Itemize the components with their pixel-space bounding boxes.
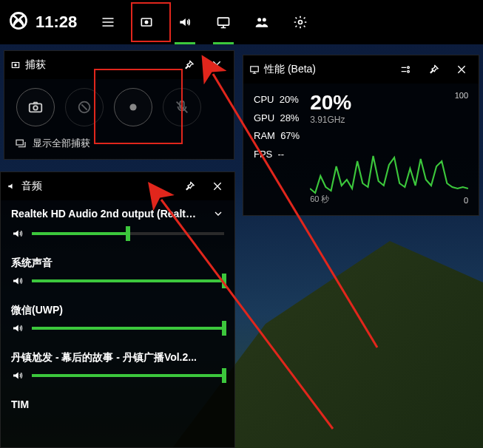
fps-stat-row[interactable]: FPS --	[254, 146, 300, 164]
show-all-captures-link[interactable]: 显示全部捕获	[4, 132, 234, 159]
capture-title-text: 捕获	[25, 58, 46, 72]
svg-rect-9	[30, 103, 42, 112]
perf-chart	[310, 128, 468, 202]
audio-app-item: 系统声音	[11, 257, 224, 288]
performance-panel: 性能 (Beta) CPU 20% GPU 28% RAM 67% FPS --…	[243, 55, 479, 216]
app-volume-slider[interactable]	[32, 374, 224, 377]
svg-point-8	[15, 64, 16, 66]
svg-point-12	[129, 103, 136, 110]
audio-device-volume	[11, 227, 224, 240]
capture-buttons-row	[4, 79, 234, 132]
perf-stats-list: CPU 20% GPU 28% RAM 67% FPS --	[254, 91, 300, 205]
app-volume-slider[interactable]	[32, 327, 224, 330]
screenshot-button[interactable]	[16, 88, 55, 126]
show-all-captures-label: 显示全部捕获	[33, 137, 90, 150]
perf-options-button[interactable]	[394, 58, 416, 81]
chevron-down-icon	[212, 208, 224, 220]
audio-device-selector[interactable]: Realtek HD Audio 2nd output (Realtek Hi.…	[11, 208, 224, 220]
pin-button[interactable]	[178, 175, 200, 197]
gpu-stat-row[interactable]: GPU 28%	[254, 109, 300, 128]
svg-point-17	[408, 70, 410, 72]
app-volume-slider[interactable]	[32, 279, 224, 282]
capture-panel-title: 捕获	[10, 58, 172, 72]
audio-app-label: 丹镇尬发 - 幕后的故事 - 丹镇广播Vol.2...	[11, 351, 224, 364]
audio-panel-title: 音频	[7, 180, 172, 193]
record-button[interactable]	[114, 88, 152, 126]
perf-xlabel: 60 秒	[310, 194, 329, 205]
svg-rect-14	[16, 140, 23, 145]
svg-point-5	[263, 18, 266, 21]
mic-toggle-button[interactable]	[163, 88, 201, 126]
capture-panel-header: 捕获	[4, 51, 234, 79]
perf-ymin: 0	[464, 196, 468, 205]
performance-widget-button[interactable]	[206, 0, 241, 44]
cpu-stat-row[interactable]: CPU 20%	[254, 91, 300, 109]
svg-point-4	[257, 18, 261, 21]
performance-title-text: 性能 (Beta)	[264, 63, 316, 76]
audio-app-item: 微信(UWP)	[11, 304, 224, 335]
performance-panel-title: 性能 (Beta)	[249, 63, 388, 76]
svg-rect-15	[251, 67, 259, 72]
audio-app-label: 微信(UWP)	[11, 304, 224, 317]
xbox-logo-icon	[9, 11, 28, 33]
pin-button[interactable]	[422, 58, 445, 81]
ram-stat-row[interactable]: RAM 67%	[254, 127, 300, 146]
pin-button[interactable]	[178, 54, 200, 76]
perf-ymax: 100	[455, 91, 468, 100]
perf-big-value: 20%	[310, 91, 468, 115]
xbox-social-button[interactable]	[244, 0, 280, 44]
speaker-icon[interactable]	[11, 274, 24, 288]
close-button[interactable]	[450, 58, 473, 81]
audio-app-item: 丹镇尬发 - 幕后的故事 - 丹镇广播Vol.2...	[11, 351, 224, 382]
capture-panel: 捕获 显示全部捕获	[4, 50, 234, 160]
svg-point-16	[408, 67, 410, 69]
audio-title-text: 音频	[21, 180, 42, 193]
close-button[interactable]	[206, 175, 229, 197]
audio-panel: 音频 Realtek HD Audio 2nd output (Realtek …	[0, 172, 235, 448]
audio-widget-button[interactable]	[167, 0, 203, 44]
speaker-icon[interactable]	[11, 369, 24, 382]
audio-app-item: TIM	[11, 398, 224, 410]
close-button[interactable]	[206, 54, 228, 76]
svg-point-6	[299, 21, 303, 24]
xbox-game-bar-topbar: 11:28	[0, 0, 483, 44]
record-last-button[interactable]	[65, 88, 104, 126]
capture-widget-button[interactable]	[129, 0, 164, 44]
speaker-icon[interactable]	[11, 227, 24, 240]
perf-frequency: 3.91GHz	[310, 115, 468, 125]
svg-point-2	[146, 21, 148, 23]
settings-button[interactable]	[283, 0, 318, 44]
audio-app-label: TIM	[11, 398, 224, 410]
audio-panel-header: 音频	[1, 172, 234, 200]
audio-device-label: Realtek HD Audio 2nd output (Realtek Hi.…	[11, 208, 196, 220]
device-volume-slider[interactable]	[32, 232, 224, 235]
performance-panel-header: 性能 (Beta)	[243, 55, 479, 84]
svg-point-10	[33, 106, 38, 110]
svg-rect-3	[218, 18, 229, 25]
speaker-icon[interactable]	[11, 322, 24, 335]
clock: 11:28	[36, 13, 77, 32]
menu-button[interactable]	[90, 0, 126, 44]
audio-app-label: 系统声音	[11, 257, 224, 270]
